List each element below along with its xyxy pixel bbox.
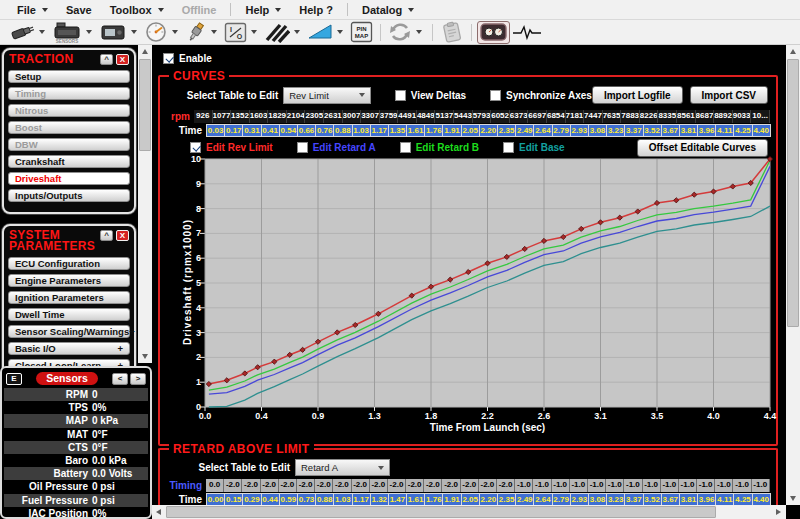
rpm-cell[interactable]: 8335 <box>658 110 677 123</box>
time-cell[interactable]: 1.91 <box>442 124 461 137</box>
chevron-down-icon[interactable] <box>337 30 343 34</box>
edit-base-checkbox-row[interactable]: Edit Base <box>503 142 565 153</box>
chevron-down-icon[interactable] <box>86 30 92 34</box>
sidebar-item-dbw[interactable]: DBW <box>8 138 130 151</box>
time-cell[interactable]: 0.66 <box>297 124 316 137</box>
menu-item-datalog[interactable]: Datalog <box>353 2 423 18</box>
time-cell[interactable]: 1.61 <box>406 124 425 137</box>
main-vscrollbar-thumb[interactable] <box>787 59 799 327</box>
time-cell[interactable]: 1.17 <box>370 124 389 137</box>
rpm-cell[interactable]: 926 <box>194 110 213 123</box>
edit-retard-b-checkbox[interactable] <box>400 142 411 153</box>
rpm-cell[interactable]: 2305 <box>305 110 324 123</box>
rpm-cell[interactable]: 7883 <box>621 110 640 123</box>
sensors-next-button[interactable]: > <box>130 373 146 385</box>
notes-clipboard-icon[interactable] <box>438 21 466 44</box>
time-cell[interactable]: 2.05 <box>461 124 480 137</box>
time-cell[interactable]: 3.52 <box>643 124 662 137</box>
rpm-cell[interactable]: 3007 <box>343 110 362 123</box>
sidebar-item-setup[interactable]: Setup <box>8 70 130 83</box>
time-cell[interactable]: 1.03 <box>352 124 371 137</box>
time-cell[interactable]: 2.79 <box>552 124 571 137</box>
rpm-cell[interactable]: 4491 <box>398 110 417 123</box>
traction-collapse-button[interactable]: ^ <box>100 54 113 65</box>
gauges-display-icon[interactable] <box>477 21 510 44</box>
chevron-down-icon[interactable] <box>39 30 45 34</box>
rpm-cell[interactable]: 5793 <box>473 110 492 123</box>
sidebar-item-engine-parameters[interactable]: Engine Parameters <box>8 274 130 287</box>
time-cell[interactable]: 0.76 <box>315 124 334 137</box>
handheld-tuner-icon[interactable] <box>97 21 129 44</box>
curves-table-select-dropdown[interactable]: Rev Limit <box>283 87 370 104</box>
edit-rev-limit-checkbox[interactable] <box>190 142 201 153</box>
rpm-cell[interactable]: 8561 <box>677 110 696 123</box>
time-cell[interactable]: 0.31 <box>242 124 261 137</box>
rpm-cell[interactable]: 6052 <box>491 110 510 123</box>
sidebar-item-nitrous[interactable]: Nitrous <box>8 104 130 117</box>
import-csv-button[interactable]: Import CSV <box>690 86 768 104</box>
timing-cell[interactable]: -2.0 <box>297 479 315 492</box>
synchronize-axes-checkbox-row[interactable]: Synchronize Axes <box>490 90 592 101</box>
sidebar-scrollbar-thumb[interactable] <box>139 59 151 151</box>
chevron-down-icon[interactable] <box>294 30 300 34</box>
time-cell[interactable]: 4.25 <box>733 124 752 137</box>
main-hscrollbar-thumb[interactable] <box>166 506 716 518</box>
time-cell[interactable]: 1.35 <box>388 124 407 137</box>
time-cell[interactable]: 3.23 <box>606 124 625 137</box>
time-cell[interactable]: 0.54 <box>279 124 298 137</box>
timing-cell[interactable]: -2.0 <box>497 479 515 492</box>
rpm-cell[interactable]: 8226 <box>640 110 659 123</box>
timing-cell[interactable]: -1.0 <box>624 479 642 492</box>
rpm-cell[interactable]: 1352 <box>231 110 250 123</box>
time-cell[interactable]: 3.67 <box>661 124 680 137</box>
io-settings-icon[interactable]: IO <box>222 21 249 44</box>
chart-plot-area[interactable] <box>205 159 770 407</box>
edit-rev-limit-checkbox-row[interactable]: Edit Rev Limit <box>190 142 273 153</box>
chevron-down-icon[interactable] <box>251 30 257 34</box>
chevron-down-icon[interactable] <box>131 30 137 34</box>
time-cell[interactable]: 1.76 <box>424 124 443 137</box>
sidebar-item-boost[interactable]: Boost <box>8 121 130 134</box>
driveshaft-chart[interactable]: 012345678910 0.00.40.91.31.82.22.63.13.5… <box>160 159 776 444</box>
main-horizontal-scrollbar[interactable] <box>152 505 786 519</box>
rpm-cell[interactable]: 3759 <box>380 110 399 123</box>
timing-cell[interactable]: -2.0 <box>261 479 279 492</box>
sync-refresh-icon[interactable] <box>386 21 414 44</box>
rpm-cell[interactable]: 8892 <box>714 110 733 123</box>
edit-retard-a-checkbox[interactable] <box>297 142 308 153</box>
enable-checkbox[interactable] <box>163 53 174 64</box>
pin-map-icon[interactable]: PINMAP <box>348 21 375 44</box>
main-vertical-scrollbar[interactable] <box>786 45 800 505</box>
timing-cell[interactable]: -2.0 <box>406 479 424 492</box>
timing-cell[interactable]: -2.0 <box>442 479 460 492</box>
spark-plug-icon[interactable] <box>183 21 209 44</box>
time-cell[interactable]: 2.64 <box>533 124 552 137</box>
chevron-down-icon[interactable] <box>172 30 178 34</box>
time-cell[interactable]: 4.40 <box>752 124 771 137</box>
menu-item-offline[interactable]: Offline <box>173 2 226 18</box>
sidebar-scroll-up-icon[interactable] <box>138 45 152 58</box>
system-parameters-collapse-button[interactable]: ^ <box>100 230 113 241</box>
timing-cell[interactable]: -2.0 <box>315 479 333 492</box>
rpm-cell[interactable]: 5137 <box>435 110 454 123</box>
timing-cell[interactable]: -2.0 <box>224 479 242 492</box>
timing-cell[interactable]: -1.0 <box>533 479 551 492</box>
time-cell[interactable]: 0.88 <box>333 124 352 137</box>
time-cell[interactable]: 2.35 <box>497 124 516 137</box>
time-cell[interactable]: 3.81 <box>679 124 698 137</box>
traction-close-button[interactable]: X <box>116 54 129 65</box>
timing-cell[interactable]: -1.0 <box>715 479 733 492</box>
time-cell[interactable]: 4.11 <box>715 124 734 137</box>
time-cell[interactable]: 0.41 <box>261 124 280 137</box>
sidebar-item-ignition-parameters[interactable]: Ignition Parameters <box>8 291 130 304</box>
time-cell[interactable]: 3.08 <box>588 124 607 137</box>
timing-cell[interactable]: -1.0 <box>752 479 770 492</box>
timing-cell[interactable]: -1.0 <box>606 479 624 492</box>
menu-item-save[interactable]: Save <box>57 2 101 18</box>
main-scroll-up-icon[interactable] <box>786 45 800 58</box>
timing-cell[interactable]: -1.0 <box>643 479 661 492</box>
timing-cell[interactable]: -2.0 <box>479 479 497 492</box>
rpm-cell[interactable]: 2104 <box>287 110 306 123</box>
rpm-cell[interactable]: 6854 <box>547 110 566 123</box>
timing-cell[interactable]: -2.0 <box>424 479 442 492</box>
